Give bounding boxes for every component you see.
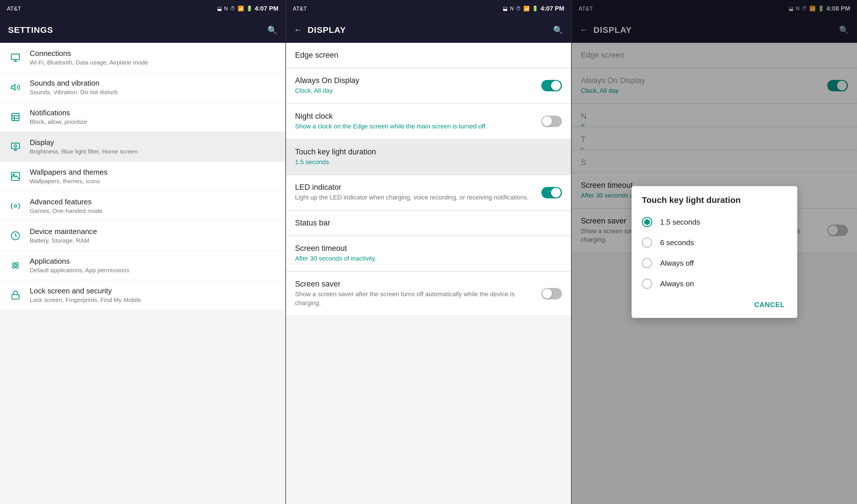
- svg-point-9: [14, 144, 17, 147]
- device-icon: [8, 228, 23, 243]
- dialog-option-1-5s[interactable]: 1.5 seconds: [632, 212, 797, 232]
- edge-screen-title: Edge screen: [295, 51, 562, 60]
- svg-rect-0: [12, 54, 19, 60]
- radio-always-on: [642, 279, 652, 289]
- display-always-on[interactable]: Always On Display Clock, All day: [286, 68, 571, 104]
- display-touch-key[interactable]: Touch key light duration 1.5 seconds: [286, 140, 571, 175]
- display-search-button[interactable]: 🔍: [553, 25, 563, 35]
- display-edge-screen[interactable]: Edge screen: [286, 43, 571, 68]
- time-2: 4:07 PM: [540, 5, 564, 12]
- lock-title: Lock screen and security: [30, 286, 278, 295]
- settings-title: SETTINGS: [8, 25, 262, 35]
- screen-saver-sub: Show a screen saver after the screen tur…: [295, 290, 536, 308]
- signal-icon: 📶: [238, 5, 244, 12]
- night-clock-title: Night clock: [295, 112, 536, 121]
- sidebar-item-connections[interactable]: Connections Wi-Fi, Bluetooth, Data usage…: [0, 43, 285, 72]
- dialog-actions: CANCEL: [632, 294, 797, 316]
- sidebar-item-display[interactable]: Display Brightness, Blue light filter, H…: [0, 132, 285, 161]
- radio-1-5s: [642, 217, 652, 227]
- signal-icon-2: 📶: [523, 5, 530, 12]
- settings-list: Connections Wi-Fi, Bluetooth, Data usage…: [0, 43, 285, 504]
- wallpapers-text: Wallpapers and themes Wallpapers, themes…: [30, 168, 278, 185]
- alarm-icon-2: ⏱: [516, 6, 521, 12]
- applications-text: Applications Default applications, App p…: [30, 257, 278, 274]
- sidebar-item-device[interactable]: Device maintenance Battery, Storage, RAM: [0, 221, 285, 250]
- device-title: Device maintenance: [30, 227, 278, 236]
- option-6s-label: 6 seconds: [660, 238, 694, 247]
- always-on-toggle[interactable]: [541, 80, 562, 91]
- option-always-off-label: Always off: [660, 259, 694, 268]
- carrier-1: AT&T: [7, 5, 21, 12]
- connections-sub: Wi-Fi, Bluetooth, Data usage, Airplane m…: [30, 59, 278, 66]
- bluetooth-icon-2: ⬓: [503, 5, 508, 12]
- display-screen-saver[interactable]: Screen saver Show a screen saver after t…: [286, 272, 571, 316]
- touch-key-title: Touch key light duration: [295, 147, 562, 156]
- display-list: Edge screen Always On Display Clock, All…: [286, 43, 571, 504]
- applications-icon: [8, 258, 23, 273]
- battery-icon-2: 🔋: [532, 5, 538, 12]
- svg-point-17: [16, 266, 18, 268]
- notifications-title: Notifications: [30, 108, 278, 117]
- advanced-title: Advanced features: [30, 197, 278, 206]
- dialog-option-always-off[interactable]: Always off: [632, 253, 797, 273]
- display-night-clock[interactable]: Night clock Show a clock on the Edge scr…: [286, 104, 571, 139]
- dialog-option-6s[interactable]: 6 seconds: [632, 232, 797, 253]
- applications-title: Applications: [30, 257, 278, 266]
- sidebar-item-applications[interactable]: Applications Default applications, App p…: [0, 250, 285, 280]
- connections-title: Connections: [30, 49, 278, 58]
- night-clock-toggle[interactable]: [541, 116, 562, 127]
- notifications-sub: Block, allow, prioritize: [30, 118, 278, 125]
- status-bar-2: AT&T ⬓ N ⏱ 📶 🔋 4:07 PM: [286, 0, 571, 17]
- display-led[interactable]: LED indicator Light up the LED indicator…: [286, 175, 571, 210]
- display-header-title: DISPLAY: [308, 25, 548, 35]
- sidebar-item-sounds[interactable]: Sounds and vibration Sounds, Vibration, …: [0, 72, 285, 102]
- svg-point-12: [14, 205, 17, 207]
- display-sub: Brightness, Blue light filter, Home scre…: [30, 148, 278, 155]
- wallpapers-icon: [8, 169, 23, 184]
- settings-search-button[interactable]: 🔍: [267, 25, 278, 35]
- display-icon: [8, 139, 23, 154]
- dialog-overlay[interactable]: Touch key light duration 1.5 seconds 6 s…: [572, 0, 857, 504]
- screen-timeout-sub: After 30 seconds of inactivity.: [295, 254, 562, 263]
- advanced-icon: [8, 198, 23, 213]
- led-toggle[interactable]: [541, 187, 562, 198]
- always-on-title: Always On Display: [295, 76, 359, 85]
- top-bar-display: ← DISPLAY 🔍: [286, 17, 571, 43]
- screen-timeout-title: Screen timeout: [295, 244, 562, 253]
- lock-icon: [8, 288, 23, 302]
- svg-point-14: [13, 263, 15, 265]
- status-icons-2: ⬓ N ⏱ 📶 🔋 4:07 PM: [503, 5, 564, 12]
- sidebar-item-advanced[interactable]: Advanced features Games, One-handed mode: [0, 191, 285, 221]
- radio-6s: [642, 238, 652, 248]
- device-sub: Battery, Storage, RAM: [30, 237, 278, 244]
- notifications-icon: [8, 109, 23, 124]
- carrier-2: AT&T: [293, 5, 307, 12]
- display-title: Display: [30, 138, 278, 147]
- network-icon: N: [224, 6, 228, 12]
- network-icon-2: N: [510, 6, 514, 12]
- advanced-text: Advanced features Games, One-handed mode: [30, 197, 278, 214]
- connections-icon: [8, 50, 23, 65]
- time-1: 4:07 PM: [255, 5, 279, 12]
- sidebar-item-notifications[interactable]: Notifications Block, allow, prioritize: [0, 102, 285, 132]
- always-on-sub: Clock, All day: [295, 86, 359, 95]
- svg-rect-6: [12, 143, 19, 149]
- sidebar-item-wallpapers[interactable]: Wallpapers and themes Wallpapers, themes…: [0, 161, 285, 191]
- lock-sub: Lock screen, Fingerprints, Find My Mobil…: [30, 297, 278, 303]
- option-always-on-label: Always on: [660, 279, 694, 288]
- wallpapers-title: Wallpapers and themes: [30, 168, 278, 177]
- dialog-option-always-on[interactable]: Always on: [632, 273, 797, 294]
- display-status-bar[interactable]: Status bar: [286, 211, 571, 236]
- dialog-cancel-button[interactable]: CANCEL: [749, 297, 790, 312]
- radio-always-off: [642, 258, 652, 268]
- screen-saver-toggle[interactable]: [541, 288, 562, 299]
- notifications-text: Notifications Block, allow, prioritize: [30, 108, 278, 125]
- display-screen-timeout[interactable]: Screen timeout After 30 seconds of inact…: [286, 236, 571, 272]
- night-clock-sub: Show a clock on the Edge screen while th…: [295, 122, 536, 131]
- sidebar-item-lock[interactable]: Lock screen and security Lock screen, Fi…: [0, 280, 285, 310]
- bluetooth-icon: ⬓: [217, 5, 222, 12]
- sounds-text: Sounds and vibration Sounds, Vibration, …: [30, 79, 278, 95]
- wallpapers-sub: Wallpapers, themes, icons: [30, 178, 278, 185]
- display-back-button[interactable]: ←: [294, 25, 302, 35]
- connections-text: Connections Wi-Fi, Bluetooth, Data usage…: [30, 49, 278, 66]
